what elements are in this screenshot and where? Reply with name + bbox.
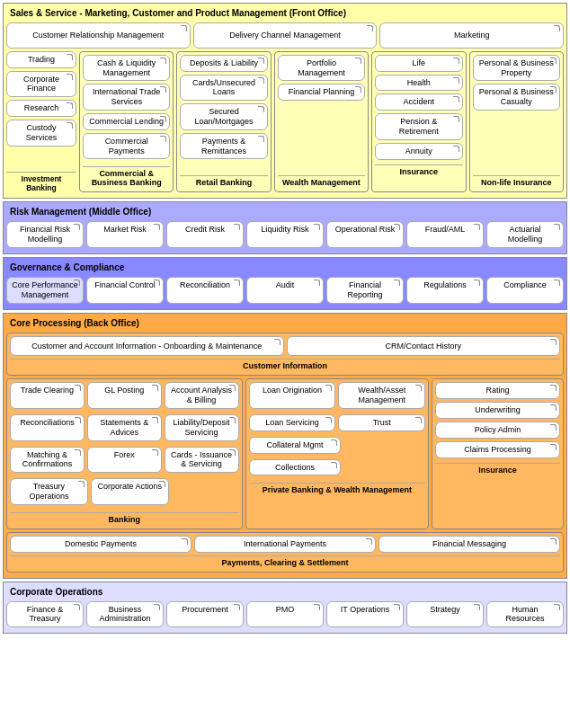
private-banking-label: Private Banking & Wealth Management [249, 483, 426, 496]
portfolio-card[interactable]: Portfolio Management [278, 55, 365, 82]
fraud-aml-card[interactable]: Fraud/AML [406, 221, 484, 248]
marketing-card[interactable]: Marketing [379, 22, 564, 49]
governance-title: Governance & Compliance [6, 261, 564, 274]
policy-admin-card[interactable]: Policy Admin [435, 422, 560, 439]
core-perf-card[interactable]: Core Performance Management [6, 277, 84, 304]
delivery-card[interactable]: Delivery Channel Management [193, 22, 378, 49]
collateral-mgmt-card[interactable]: Collateral Mgmt [249, 437, 342, 454]
retail-banking-label: Retail Banking [180, 175, 267, 189]
wealth-asset-card[interactable]: Wealth/Asset Management [338, 382, 425, 409]
risk-section: Risk Management (Middle Office) Financia… [3, 201, 567, 254]
finance-treasury-card[interactable]: Finance & Treasury [6, 601, 84, 628]
liability-deposit-card[interactable]: Liability/Deposit Servicing [165, 414, 239, 441]
credit-risk-card[interactable]: Credit Risk [166, 221, 244, 248]
pension-card[interactable]: Pension & Retirement [375, 113, 462, 140]
main-container: Sales & Service - Marketing, Customer an… [0, 3, 570, 634]
intl-payments-card[interactable]: International Payments [194, 536, 376, 553]
market-risk-card[interactable]: Market Risk [86, 221, 164, 248]
rating-card[interactable]: Rating [435, 382, 560, 399]
financial-reporting-card[interactable]: Financial Reporting [326, 277, 404, 304]
sales-title: Sales & Service - Marketing, Customer an… [6, 6, 564, 20]
commercial-payments-card[interactable]: Commercial Payments [83, 133, 170, 160]
loan-origination-card[interactable]: Loan Origination [249, 382, 336, 409]
corporate-title: Corporate Operations [6, 585, 564, 599]
cards-issuance-card[interactable]: Cards - Issuance & Servicing [165, 447, 239, 474]
nonlife-insurance-label: Non-life Insurance [473, 175, 560, 189]
audit-card[interactable]: Audit [246, 277, 324, 304]
treasury-ops-card[interactable]: Treasury Operations [10, 478, 88, 505]
commercial-banking-label: Commercial & Business Banking [83, 166, 170, 189]
it-operations-card[interactable]: IT Operations [326, 601, 404, 628]
underwriting-card[interactable]: Underwriting [435, 402, 560, 419]
corporate-finance-card[interactable]: Corporate Finance [6, 71, 76, 98]
matching-card[interactable]: Matching & Confirmations [10, 447, 85, 474]
payments-clearing-label: Payments, Clearing & Settlement [10, 555, 560, 569]
sales-section: Sales & Service - Marketing, Customer an… [3, 3, 567, 199]
gl-posting-card[interactable]: GL Posting [87, 382, 162, 409]
strategy-card[interactable]: Strategy [406, 601, 484, 628]
annuity-card[interactable]: Annuity [375, 143, 462, 160]
payments-remittances-card[interactable]: Payments & Remittances [180, 133, 267, 160]
intl-trade-card[interactable]: International Trade Services [83, 84, 170, 111]
actuarial-card[interactable]: Actuarial Modelling [486, 221, 564, 248]
deposits-card[interactable]: Deposits & Liability [180, 55, 267, 72]
forex-card[interactable]: Forex [87, 447, 162, 474]
risk-title: Risk Management (Middle Office) [6, 205, 564, 218]
statements-card[interactable]: Statements & Advices [87, 414, 162, 441]
reconciliations-card[interactable]: Reconciliations [10, 414, 85, 441]
reconciliation-card[interactable]: Reconciliation [166, 277, 244, 304]
claims-processing-card[interactable]: Claims Processing [435, 441, 560, 458]
governance-section: Governance & Compliance Core Performance… [3, 257, 567, 310]
trade-clearing-card[interactable]: Trade Clearing [10, 382, 85, 409]
operational-risk-card[interactable]: Operational Risk [326, 221, 404, 248]
customer-account-info-card[interactable]: Customer and Account Information - Onboa… [10, 336, 284, 357]
business-admin-card[interactable]: Business Administration [86, 601, 164, 628]
core-section: Core Processing (Back Office) Customer a… [3, 313, 567, 579]
compliance-card[interactable]: Compliance [486, 277, 564, 304]
cards-loans-card[interactable]: Cards/Unsecured Loans [180, 75, 267, 102]
financial-planning-card[interactable]: Financial Planning [278, 84, 365, 101]
health-card[interactable]: Health [375, 75, 462, 92]
financial-messaging-card[interactable]: Financial Messaging [379, 536, 560, 553]
cash-liquidity-card[interactable]: Cash & Liquidity Management [83, 55, 170, 82]
trading-card[interactable]: Trading [6, 51, 76, 68]
custody-card[interactable]: Custody Services [6, 120, 76, 146]
secured-loans-card[interactable]: Secured Loan/Mortgages [180, 103, 267, 130]
pmo-card[interactable]: PMO [246, 601, 324, 628]
customer-info-label: Customer Information [10, 359, 560, 372]
financial-control-card[interactable]: Financial Control [86, 277, 164, 304]
commercial-lending-card[interactable]: Commercial Lending [83, 113, 170, 130]
banking-label: Banking [10, 512, 239, 526]
wealth-mgmt-label: Wealth Management [278, 175, 365, 189]
human-resources-card[interactable]: Human Resources [486, 601, 564, 628]
loan-servicing-card[interactable]: Loan Servicing [249, 414, 336, 431]
personal-property-card[interactable]: Personal & Business Property [473, 55, 560, 82]
corporate-section: Corporate Operations Finance & Treasury … [3, 582, 567, 635]
crm-contact-card[interactable]: CRM/Contact History [287, 336, 561, 357]
insurance-label: Insurance [375, 164, 462, 178]
investment-banking-label: Investment Banking [6, 172, 76, 192]
trust-card[interactable]: Trust [338, 414, 425, 431]
personal-casualty-card[interactable]: Personal & Business Casualty [473, 84, 560, 111]
domestic-payments-card[interactable]: Domestic Payments [10, 536, 191, 553]
insurance-core-label: Insurance [435, 463, 560, 476]
research-card[interactable]: Research [6, 100, 76, 117]
liquidity-risk-card[interactable]: Liquidity Risk [246, 221, 324, 248]
regulations-card[interactable]: Regulations [406, 277, 484, 304]
crm-card[interactable]: Customer Relationship Management [6, 22, 191, 49]
accident-card[interactable]: Accident [375, 93, 462, 111]
financial-risk-card[interactable]: Financial Risk Modelling [6, 221, 84, 248]
core-title: Core Processing (Back Office) [6, 316, 564, 330]
collections-card[interactable]: Collections [249, 459, 342, 476]
procurement-card[interactable]: Procurement [166, 601, 244, 628]
account-analysis-card[interactable]: Account Analysis & Billing [165, 382, 239, 409]
life-card[interactable]: Life [375, 55, 462, 72]
corporate-actions-card[interactable]: Corporate Actions [91, 478, 169, 505]
